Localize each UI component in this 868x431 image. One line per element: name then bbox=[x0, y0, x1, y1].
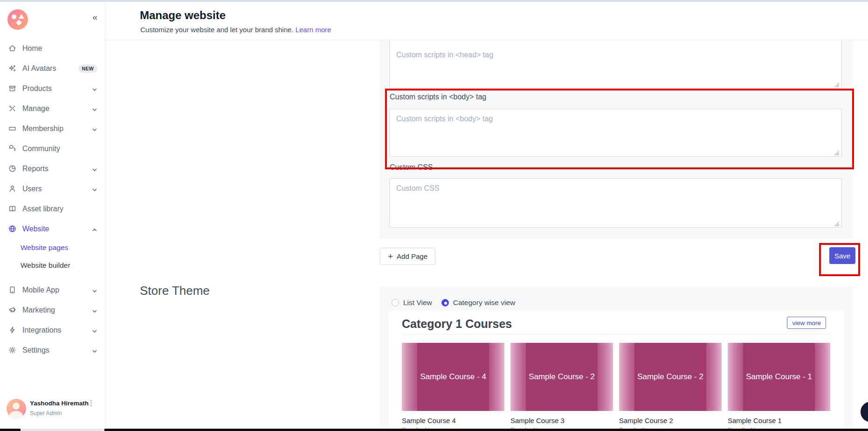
store-theme-panel: List View Category wise view Category 1 … bbox=[379, 286, 854, 431]
sidebar-item-ai-avatars[interactable]: AI Avatars NEW bbox=[0, 58, 105, 78]
sidebar-item-website[interactable]: Website bbox=[0, 219, 105, 239]
chevron-down-icon bbox=[92, 287, 97, 293]
body-scripts-textarea[interactable] bbox=[389, 109, 842, 157]
user-icon bbox=[8, 185, 16, 193]
home-icon bbox=[8, 44, 16, 52]
course-card[interactable]: Sample Course - 4 Sample Course 4 Facult… bbox=[402, 343, 504, 431]
user-profile-row[interactable]: Yashodha Hiremath Super Admin ⋮ bbox=[0, 397, 105, 423]
sidebar-nav: Home AI Avatars NEW Products Manage Memb… bbox=[0, 38, 105, 360]
chevron-down-icon bbox=[92, 348, 97, 353]
user-avatar bbox=[7, 399, 26, 418]
sidebar: « Home AI Avatars NEW Products Manage bbox=[0, 2, 105, 429]
user-role: Super Admin bbox=[30, 410, 62, 417]
tools-icon bbox=[8, 104, 16, 112]
course-thumbnail: Sample Course - 2 bbox=[619, 343, 722, 411]
sidebar-subitem-website-pages[interactable]: Website pages bbox=[0, 239, 105, 257]
view-mode-radio-group: List View Category wise view bbox=[392, 299, 515, 307]
sidebar-subitem-website-builder[interactable]: Website builder bbox=[0, 257, 105, 274]
chevron-down-icon bbox=[92, 307, 97, 313]
sidebar-item-marketing[interactable]: Marketing bbox=[0, 300, 105, 320]
custom-scripts-panel: Custom scripts in <body> tag Custom CSS bbox=[379, 40, 854, 239]
app-window: « Home AI Avatars NEW Products Manage bbox=[0, 0, 868, 431]
course-name: Sample Course 3 bbox=[510, 417, 613, 424]
learn-more-link[interactable]: Learn more bbox=[296, 26, 331, 34]
gear-icon bbox=[8, 346, 16, 354]
divider bbox=[402, 334, 831, 334]
radio-circle-selected-icon bbox=[441, 299, 449, 306]
logo-diamond-shape bbox=[16, 20, 22, 26]
add-page-button[interactable]: + Add Page bbox=[380, 248, 435, 265]
chevron-down-icon bbox=[92, 327, 97, 333]
body-scripts-label: Custom scripts in <body> tag bbox=[390, 93, 486, 101]
plus-icon: + bbox=[388, 252, 393, 261]
logo-triangle-shape bbox=[19, 14, 24, 19]
radio-circle-icon bbox=[392, 299, 399, 306]
course-card[interactable]: Sample Course - 2 Sample Course 2 Facult… bbox=[619, 343, 722, 431]
brand-logo[interactable] bbox=[7, 9, 28, 30]
book-icon bbox=[8, 205, 16, 213]
sparkles-icon bbox=[8, 64, 16, 72]
chevron-down-icon bbox=[92, 186, 97, 192]
course-card[interactable]: Sample Course - 1 Sample Course 1 Facult… bbox=[728, 343, 830, 431]
chevron-down-icon bbox=[92, 86, 97, 91]
sidebar-item-users[interactable]: Users bbox=[0, 179, 105, 199]
head-scripts-textarea[interactable] bbox=[389, 40, 842, 89]
kebab-menu-icon[interactable]: ⋮ bbox=[88, 402, 95, 404]
course-name: Sample Course 1 bbox=[728, 417, 830, 424]
user-name: Yashodha Hiremath bbox=[30, 400, 89, 407]
store-theme-title: Store Theme bbox=[140, 284, 210, 298]
nav-section-gap bbox=[0, 274, 105, 280]
course-tile-row: Sample Course - 4 Sample Course 4 Facult… bbox=[402, 343, 830, 431]
page-title: Manage website bbox=[140, 9, 226, 22]
sidebar-item-community[interactable]: Community bbox=[0, 139, 105, 159]
course-name: Sample Course 4 bbox=[402, 417, 504, 424]
lightning-icon bbox=[8, 326, 16, 334]
custom-css-textarea[interactable] bbox=[389, 178, 842, 228]
radio-list-view[interactable]: List View bbox=[392, 299, 432, 307]
sidebar-collapse-icon[interactable]: « bbox=[92, 12, 97, 22]
sidebar-item-integrations[interactable]: Integrations bbox=[0, 320, 105, 340]
sidebar-item-home[interactable]: Home bbox=[0, 38, 105, 58]
pie-chart-icon bbox=[8, 165, 16, 173]
floating-action-button[interactable] bbox=[861, 402, 868, 422]
sidebar-item-membership[interactable]: Membership bbox=[0, 118, 105, 139]
sidebar-item-settings[interactable]: Settings bbox=[0, 340, 105, 360]
products-box-icon bbox=[8, 84, 16, 92]
course-name: Sample Course 2 bbox=[619, 417, 722, 424]
course-thumbnail: Sample Course - 4 bbox=[402, 343, 504, 411]
sidebar-item-products[interactable]: Products bbox=[0, 78, 105, 98]
course-thumbnail: Sample Course - 1 bbox=[728, 343, 830, 411]
course-card[interactable]: Sample Course - 2 Sample Course 3 Facult… bbox=[510, 343, 613, 431]
sidebar-item-asset-library[interactable]: Asset library bbox=[0, 199, 105, 219]
custom-css-label: Custom CSS bbox=[390, 163, 433, 172]
sidebar-item-manage[interactable]: Manage bbox=[0, 98, 105, 118]
page-header: Manage website Customize your website an… bbox=[106, 2, 868, 40]
sidebar-item-reports[interactable]: Reports bbox=[0, 159, 105, 179]
logo-circle-shape bbox=[12, 14, 16, 19]
chevron-down-icon bbox=[92, 166, 97, 172]
new-badge: NEW bbox=[78, 64, 97, 73]
megaphone-icon bbox=[8, 306, 16, 314]
category-title: Category 1 Courses bbox=[402, 317, 512, 331]
sidebar-item-mobile-app[interactable]: Mobile App bbox=[0, 280, 105, 300]
mobile-phone-icon bbox=[8, 286, 16, 294]
view-more-button[interactable]: view more bbox=[787, 317, 826, 329]
radio-category-wise-view[interactable]: Category wise view bbox=[441, 299, 516, 307]
taskbar-edge-strip bbox=[0, 429, 868, 431]
page-subtitle: Customize your website and let your bran… bbox=[140, 26, 331, 34]
chevron-up-icon bbox=[92, 226, 97, 232]
course-thumbnail: Sample Course - 2 bbox=[510, 343, 613, 411]
save-button[interactable]: Save bbox=[829, 247, 855, 264]
chat-bubbles-icon bbox=[8, 145, 16, 153]
globe-icon bbox=[8, 225, 16, 233]
ticket-icon bbox=[8, 125, 16, 132]
category-courses-card: Category 1 Courses view more Sample Cour… bbox=[389, 312, 844, 431]
chevron-down-icon bbox=[92, 106, 97, 111]
chevron-down-icon bbox=[92, 126, 97, 132]
